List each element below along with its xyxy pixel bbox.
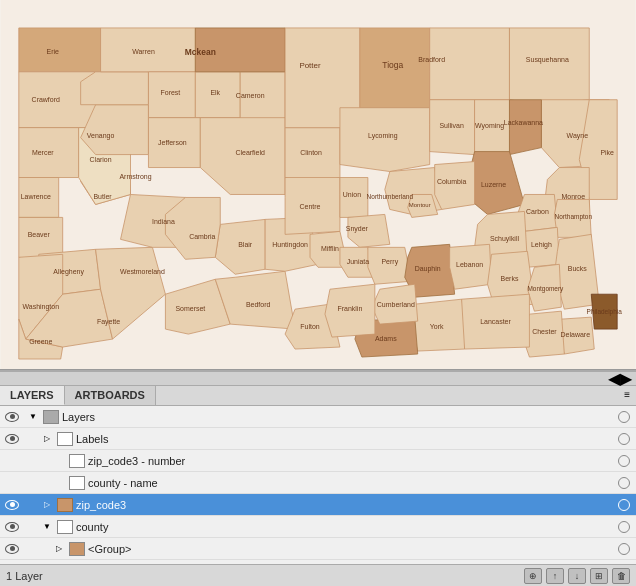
svg-text:Allegheny: Allegheny (53, 268, 84, 276)
svg-text:Centre: Centre (300, 203, 321, 210)
layer-visibility-circle-county[interactable] (618, 521, 630, 533)
svg-text:Berks: Berks (501, 275, 519, 282)
layer-visibility-circle-zip-code3[interactable] (618, 499, 630, 511)
layer-visibility-layers[interactable] (2, 406, 22, 428)
svg-text:Greene: Greene (29, 338, 52, 345)
panel-collapse-bar[interactable]: ◀▶ (0, 372, 636, 386)
eye-icon-labels (5, 434, 19, 444)
layer-expand-zip-number (52, 454, 66, 468)
layer-expand-layers[interactable]: ▼ (26, 410, 40, 424)
svg-text:Beaver: Beaver (28, 231, 51, 238)
svg-text:Clinton: Clinton (300, 149, 322, 156)
svg-text:Indiana: Indiana (152, 218, 175, 225)
svg-text:Snyder: Snyder (346, 225, 369, 233)
layer-expand-zip-code3[interactable]: ▷ (40, 498, 54, 512)
layer-count-label: 1 Layer (6, 570, 43, 582)
svg-text:Lebanon: Lebanon (456, 261, 483, 268)
layer-visibility-circle-group[interactable] (618, 543, 630, 555)
duplicate-layer-button[interactable]: ⊞ (590, 568, 608, 584)
layer-visibility-circle-labels[interactable] (618, 433, 630, 445)
layer-visibility-county-name[interactable] (2, 472, 22, 494)
new-layer-button[interactable]: ⊕ (524, 568, 542, 584)
layer-name-labels: Labels (76, 433, 618, 445)
layer-row-zip-code3[interactable]: ▷ zip_code3 (0, 494, 636, 516)
eye-icon-county (5, 522, 19, 532)
layer-visibility-zip-number[interactable] (2, 450, 22, 472)
svg-text:Montgomery: Montgomery (527, 285, 564, 293)
svg-marker-40 (509, 28, 589, 105)
layer-visibility-zip-code3[interactable] (2, 494, 22, 516)
svg-text:Elk: Elk (210, 89, 220, 96)
svg-text:Lancaster: Lancaster (480, 318, 511, 325)
svg-text:Philadelphia: Philadelphia (587, 308, 623, 316)
layer-row-layers[interactable]: ▼ Layers (0, 406, 636, 428)
layer-expand-group[interactable]: ▷ (52, 542, 66, 556)
layer-visibility-labels[interactable] (2, 428, 22, 450)
layer-visibility-circle-county-name[interactable] (618, 477, 630, 489)
eye-icon-zip-code3 (5, 500, 19, 510)
layer-color-labels (57, 432, 73, 446)
svg-marker-15 (81, 72, 149, 105)
svg-text:Lehigh: Lehigh (531, 241, 552, 249)
layer-visibility-circle-layers[interactable] (618, 411, 630, 423)
svg-text:Cumberland: Cumberland (377, 301, 415, 308)
layer-visibility-circle-zip-number[interactable] (618, 455, 630, 467)
move-selection-up-button[interactable]: ↑ (546, 568, 564, 584)
layer-color-layers (43, 410, 59, 424)
svg-text:Bradford: Bradford (418, 56, 445, 63)
layer-row-county[interactable]: ▼ county (0, 516, 636, 538)
svg-text:Columbia: Columbia (437, 179, 467, 186)
svg-text:Monroe: Monroe (561, 193, 585, 200)
svg-text:Lackawanna: Lackawanna (504, 119, 543, 126)
layer-expand-labels[interactable]: ▷ (40, 432, 54, 446)
map-svg: Erie Warren Crawford Venango Mercer Lawr… (0, 0, 636, 369)
svg-text:Clarion: Clarion (90, 156, 112, 163)
svg-text:Juniata: Juniata (347, 258, 370, 265)
layer-row-group[interactable]: ▷ <Group> (0, 538, 636, 560)
layer-color-zip-number (69, 454, 85, 468)
layer-expand-county[interactable]: ▼ (40, 520, 54, 534)
svg-text:Sullivan: Sullivan (439, 122, 464, 129)
status-bar: 1 Layer ⊕ ↑ ↓ ⊞ 🗑 (0, 564, 636, 586)
svg-text:Huntingdon: Huntingdon (272, 241, 308, 249)
svg-text:Jefferson: Jefferson (158, 139, 187, 146)
svg-marker-29 (285, 128, 340, 185)
layer-row-labels[interactable]: ▷ Labels (0, 428, 636, 450)
svg-marker-44 (509, 100, 541, 155)
delete-layer-button[interactable]: 🗑 (612, 568, 630, 584)
svg-text:Lycoming: Lycoming (368, 132, 398, 140)
svg-text:York: York (430, 323, 444, 330)
svg-text:Lawrence: Lawrence (21, 193, 51, 200)
svg-text:Franklin: Franklin (338, 305, 363, 312)
layer-row-county-name[interactable]: county - name (0, 472, 636, 494)
svg-text:Forest: Forest (161, 89, 181, 96)
svg-text:Montour: Montour (409, 202, 431, 208)
svg-text:Westmoreland: Westmoreland (120, 268, 165, 275)
svg-text:Wayne: Wayne (567, 132, 589, 140)
tab-artboards[interactable]: ARTBOARDS (65, 386, 156, 405)
svg-text:Susquehanna: Susquehanna (526, 56, 569, 64)
svg-text:Fayette: Fayette (97, 318, 120, 326)
layer-color-county-name (69, 476, 85, 490)
layer-color-group (69, 542, 85, 556)
tab-layers[interactable]: LAYERS (0, 386, 65, 405)
svg-text:Luzerne: Luzerne (481, 181, 506, 188)
eye-icon-layers (5, 412, 19, 422)
svg-text:Bucks: Bucks (568, 265, 587, 272)
svg-text:Dauphin: Dauphin (415, 265, 441, 273)
svg-text:Mckean: Mckean (185, 47, 216, 57)
svg-text:Clearfield: Clearfield (235, 149, 265, 156)
svg-text:Fulton: Fulton (300, 323, 319, 330)
move-selection-down-button[interactable]: ↓ (568, 568, 586, 584)
layer-visibility-county[interactable] (2, 516, 22, 538)
layer-row-zip-number[interactable]: zip_code3 - number (0, 450, 636, 472)
layer-color-county (57, 520, 73, 534)
layer-name-zip-number: zip_code3 - number (88, 455, 618, 467)
svg-text:Erie: Erie (47, 48, 60, 55)
svg-text:Crawford: Crawford (32, 96, 60, 103)
panel-options-button[interactable]: ≡ (618, 386, 636, 405)
layer-visibility-group[interactable] (2, 538, 22, 560)
svg-text:Perry: Perry (381, 258, 398, 266)
svg-text:Armstrong: Armstrong (119, 174, 151, 182)
svg-text:Adams: Adams (375, 335, 397, 342)
